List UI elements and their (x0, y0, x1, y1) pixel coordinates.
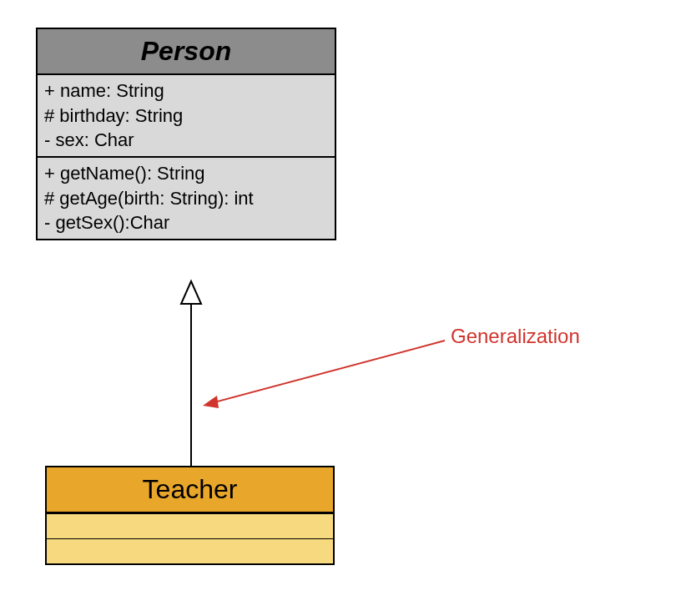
attribute-row: + name: String (44, 78, 328, 104)
operations-compartment-empty (47, 538, 333, 563)
generalization-connector (181, 281, 201, 466)
uml-class-teacher: Teacher (45, 466, 335, 565)
operation-row: - getSex():Char (44, 210, 328, 235)
svg-line-1 (211, 341, 445, 403)
operation-row: # getAge(birth: String): int (44, 186, 328, 211)
annotation-arrowhead (203, 396, 219, 408)
operation-row: + getName(): String (44, 161, 328, 186)
attributes-compartment: + name: String # birthday: String - sex:… (38, 75, 335, 156)
annotation-arrow (203, 341, 445, 408)
uml-class-person: Person + name: String # birthday: String… (36, 28, 336, 240)
attributes-compartment-empty (47, 513, 333, 538)
class-name-teacher: Teacher (47, 467, 333, 513)
generalization-arrowhead (181, 281, 201, 304)
annotation-generalization: Generalization (451, 325, 580, 348)
attribute-row: - sex: Char (44, 128, 328, 153)
operations-compartment: + getName(): String # getAge(birth: Stri… (38, 156, 335, 239)
attribute-row: # birthday: String (44, 104, 328, 129)
class-name-person: Person (38, 29, 335, 75)
